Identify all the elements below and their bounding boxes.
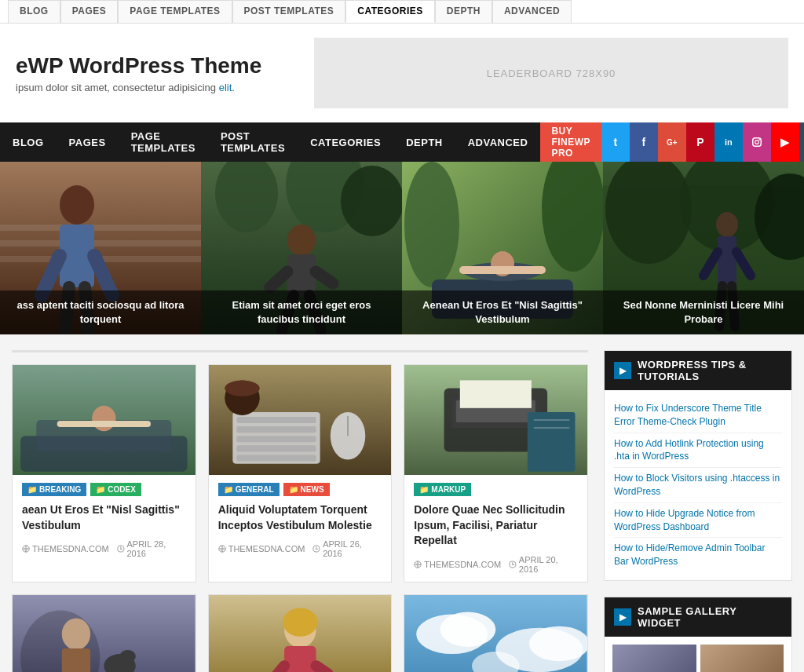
widget-link-4[interactable]: How to Hide Upgrade Notice from WordPres… (614, 503, 782, 539)
main-nav: BLOG PAGES PAGE TEMPLATES POST TEMPLATES… (0, 122, 804, 162)
nav-advanced[interactable]: ADVANCED (455, 122, 541, 162)
section-divider (12, 350, 588, 352)
widget-link-2[interactable]: How to Add Hotlink Protection using .hta… (614, 433, 782, 469)
widget-links-1: How to Fix Underscore Theme Title Error … (605, 390, 791, 580)
card-title-1: aean Ut Eros Et "Nisl Sagittis" Vestibul… (22, 502, 186, 533)
cards-grid-row2 (12, 594, 588, 672)
admin-bar: BLOG PAGES PAGE TEMPLATES POST TEMPLATES… (0, 0, 804, 24)
featured-caption-2: Etiam sit amet orci eget eros faucibus t… (201, 290, 402, 334)
widget-title-bar-2: ▶ SAMPLE GALLERY WIDGET (605, 597, 791, 637)
featured-item-3[interactable]: Aenean Ut Eros Et "Nisl Sagittis" Vestib… (402, 162, 603, 334)
card-image-1 (13, 365, 196, 475)
card-4 (12, 594, 196, 672)
card-tags-2: 📁 GENERAL 📁 NEWS (218, 483, 382, 496)
svg-point-62 (225, 380, 260, 396)
svg-point-89 (283, 608, 318, 636)
main-content: 📁 BREAKING 📁 CODEX aean Ut Eros Et "Nisl… (12, 350, 588, 672)
nav-page-templates[interactable]: PAGE TEMPLATES (119, 122, 208, 162)
svg-point-36 (716, 212, 738, 237)
svg-point-18 (287, 225, 316, 256)
social-pinterest[interactable]: P (686, 122, 714, 162)
tag-codex-1[interactable]: 📁 CODEX (90, 483, 141, 496)
featured-item-4[interactable]: Sed Nonne Merninisti Licere Mihi Probare (603, 162, 804, 334)
widget-title-1: WORDPRESS TIPS & TUTORIALS (638, 359, 782, 382)
gallery-thumb-1[interactable] (612, 645, 696, 672)
nav-buy[interactable]: BUY FINEWP PRO (540, 122, 601, 162)
admin-tab-pages[interactable]: PAGES (60, 0, 119, 23)
widget-link-5[interactable]: How to Hide/Remove Admin Toolbar Bar Wor… (614, 538, 782, 572)
card-image-3 (404, 365, 587, 475)
svg-rect-58 (236, 455, 316, 462)
gallery-widget-body (605, 637, 791, 672)
card-site-3: THEMESDNA.COM (414, 560, 501, 569)
card-body-1: 📁 BREAKING 📁 CODEX aean Ut Eros Et "Nisl… (13, 475, 196, 566)
svg-line-92 (316, 666, 327, 672)
tag-breaking-1[interactable]: 📁 BREAKING (22, 483, 86, 496)
tag-general-1[interactable]: 📁 GENERAL (218, 483, 280, 496)
card-date-2: APRIL 26, 2016 (312, 539, 382, 558)
folder-icon-5: 📁 (419, 485, 429, 494)
svg-rect-73 (528, 412, 576, 472)
card-date-1: APRIL 28, 2016 (117, 539, 186, 558)
social-mail[interactable]: ✉ (799, 122, 804, 162)
svg-rect-56 (236, 436, 316, 442)
svg-point-1 (755, 141, 759, 144)
widget-link-1[interactable]: How to Fix Underscore Theme Title Error … (614, 398, 782, 433)
featured-item-1[interactable]: ass aptent taciti sociosqu ad litora tor… (0, 162, 201, 334)
svg-point-8 (60, 185, 94, 225)
nav-post-templates[interactable]: POST TEMPLATES (208, 122, 298, 162)
admin-tab-categories[interactable]: CATEGORIES (345, 0, 434, 23)
tagline-link[interactable]: elit. (219, 82, 235, 93)
card-tags-1: 📁 BREAKING 📁 CODEX (22, 483, 186, 496)
admin-tab-depth[interactable]: DEPTH (435, 0, 492, 23)
svg-rect-84 (62, 648, 90, 672)
admin-bar-tabs: BLOG PAGES PAGE TEMPLATES POST TEMPLATES… (8, 0, 572, 23)
tag-markup-1[interactable]: 📁 MARKUP (414, 483, 471, 496)
card-body-2: 📁 GENERAL 📁 NEWS Aliquid Voluptatem Torq… (209, 475, 392, 566)
widget-link-3[interactable]: How to Block Visitors using .htaccess in… (614, 468, 782, 503)
social-twitter[interactable]: t (601, 122, 630, 162)
main-nav-links: BLOG PAGES PAGE TEMPLATES POST TEMPLATES… (0, 122, 540, 162)
admin-tab-page-templates[interactable]: PAGE TEMPLATES (118, 0, 232, 23)
site-title-area: eWP WordPress Theme ipsum dolor sit amet… (16, 53, 314, 94)
nav-blog[interactable]: BLOG (0, 122, 57, 162)
card-site-2: THEMESDNA.COM (218, 544, 305, 553)
admin-tab-advanced[interactable]: ADVANCED (492, 0, 572, 23)
site-tagline: ipsum dolor sit amet, consectetur adipis… (16, 82, 314, 93)
social-youtube[interactable]: ▶ (771, 122, 799, 162)
cards-grid-row1: 📁 BREAKING 📁 CODEX aean Ut Eros Et "Nisl… (12, 364, 588, 583)
nav-pages[interactable]: PAGES (57, 122, 119, 162)
card-meta-1: THEMESDNA.COM APRIL 28, 2016 (22, 539, 186, 558)
svg-rect-55 (236, 426, 316, 433)
svg-point-45 (92, 406, 115, 431)
card-meta-3: THEMESDNA.COM APRIL 20, 2016 (414, 555, 578, 574)
svg-point-97 (529, 626, 587, 661)
social-google[interactable]: G+ (658, 122, 686, 162)
featured-item-2[interactable]: Etiam sit amet orci eget eros faucibus t… (201, 162, 402, 334)
card-meta-2: THEMESDNA.COM APRIL 26, 2016 (218, 539, 382, 558)
svg-point-86 (120, 650, 136, 663)
nav-depth[interactable]: DEPTH (393, 122, 455, 162)
tag-news-1[interactable]: 📁 NEWS (283, 483, 330, 496)
featured-section: ass aptent taciti sociosqu ad litora tor… (0, 162, 804, 334)
folder-icon-2: 📁 (96, 485, 105, 494)
svg-point-95 (440, 612, 496, 647)
social-linkedin[interactable]: in (714, 122, 743, 162)
nav-categories[interactable]: CATEGORIES (298, 122, 393, 162)
social-facebook[interactable]: f (630, 122, 658, 162)
site-title: eWP WordPress Theme (16, 53, 314, 79)
gallery-thumb-2[interactable] (700, 645, 784, 672)
card-3: 📁 MARKUP Dolore Quae Nec Sollicitudin Ip… (404, 364, 588, 583)
admin-tab-post-templates[interactable]: POST TEMPLATES (232, 0, 346, 23)
card-tags-3: 📁 MARKUP (414, 483, 578, 496)
folder-icon-3: 📁 (224, 485, 233, 494)
social-instagram[interactable] (743, 122, 771, 162)
site-header: eWP WordPress Theme ipsum dolor sit amet… (0, 24, 804, 122)
widget-gallery: ▶ SAMPLE GALLERY WIDGET (604, 597, 792, 672)
admin-tab-blog[interactable]: BLOG (8, 0, 60, 23)
svg-point-17 (341, 166, 402, 236)
svg-point-2 (758, 139, 760, 141)
svg-rect-72 (460, 380, 532, 407)
card-6 (404, 594, 588, 672)
sidebar: ▶ WORDPRESS TIPS & TUTORIALS How to Fix … (604, 350, 792, 672)
